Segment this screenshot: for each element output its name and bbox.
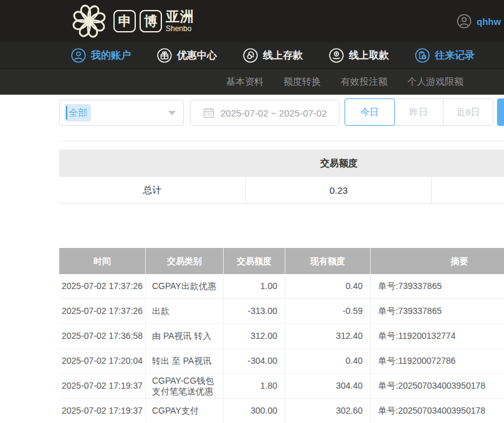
- summary-table: 交易额度 总计 0.23: [59, 150, 504, 204]
- cell-balance: 304.40: [285, 374, 371, 398]
- subnav-item-basic-info[interactable]: 基本资料: [226, 76, 264, 88]
- withdraw-icon: [329, 48, 344, 63]
- cell-time: 2025-07-02 17:19:37: [59, 374, 146, 398]
- yesterday-button[interactable]: 昨日: [394, 99, 444, 125]
- selected-type-label: 全部: [69, 107, 87, 119]
- cell-amount: 1.80: [224, 374, 285, 398]
- cell-summary: 单号:739337865: [371, 299, 504, 323]
- site-header: 申 博 亚洲 Shenbo qhhw: [0, 0, 504, 42]
- date-range-input[interactable]: 2025-07-02 ~ 2025-07-02: [190, 100, 340, 126]
- cell-summary: 单号:739337865: [371, 274, 504, 298]
- nav-item-records[interactable]: 往来记录: [415, 48, 475, 63]
- cell-balance: 302.60: [285, 399, 371, 423]
- summary-total-value: 0.23: [246, 177, 432, 203]
- main-nav: 我的账户 优惠中心 线上存款 线上取款 往来记录: [0, 42, 504, 69]
- selected-type-tag: 全部: [65, 104, 91, 121]
- table-row: 2025-07-02 17:36:58由 PA视讯 转入312.00312.40…: [59, 324, 504, 349]
- cell-balance: 312.40: [285, 324, 371, 348]
- nav-item-promotions[interactable]: 优惠中心: [157, 48, 217, 63]
- summary-header-row: 交易额度: [59, 150, 504, 177]
- table-row: 2025-07-02 17:19:37CGPAY-CG钱包支付笔笔送优惠1.80…: [59, 374, 504, 399]
- nav-label: 往来记录: [435, 49, 475, 62]
- logo-region-cn: 亚洲: [166, 10, 194, 24]
- filter-bar: 全部 2025-07-02 ~ 2025-07-02 今日 昨日 近8日: [0, 95, 504, 141]
- nav-item-deposit[interactable]: 线上存款: [243, 48, 303, 63]
- logo-char-shen: 申: [113, 10, 136, 32]
- nav-label: 我的账户: [91, 49, 131, 62]
- cell-time: 2025-07-02 17:37:26: [59, 299, 146, 323]
- transactions-header: 时间交易类别交易额度现有额度摘要: [59, 248, 504, 274]
- logo-region: 亚洲 Shenbo: [166, 10, 194, 32]
- header-cell-amount: 交易额度: [224, 248, 285, 274]
- cell-balance: -0.59: [285, 299, 371, 323]
- summary-total-row: 总计 0.23: [59, 177, 504, 204]
- nav-item-withdraw[interactable]: 线上取款: [329, 48, 389, 63]
- subnav-item-credit-transfer[interactable]: 额度转换: [283, 76, 321, 88]
- summary-total-label: 总计: [59, 177, 246, 203]
- cell-amount: -304.00: [224, 349, 285, 373]
- table-row: 2025-07-02 17:20:04转出 至 PA视讯-304.000.40单…: [59, 349, 504, 374]
- flower-logo-icon: [70, 2, 108, 40]
- cell-type: CGPAY-CG钱包支付笔笔送优惠: [146, 374, 224, 398]
- chevron-down-icon: [168, 111, 176, 115]
- quick-date-buttons: 今日 昨日 近8日: [345, 98, 493, 126]
- cell-time: 2025-07-02 17:36:58: [59, 324, 146, 348]
- header-cell-type: 交易类别: [146, 248, 224, 274]
- nav-label: 优惠中心: [177, 49, 217, 62]
- table-row: 2025-07-02 17:37:26出款-313.00-0.59单号:7393…: [59, 299, 504, 324]
- subnav-item-game-limits[interactable]: 个人游戏限额: [407, 76, 464, 88]
- cell-summary: 单号:119200132774: [371, 324, 504, 348]
- avatar-icon: [457, 14, 472, 29]
- transaction-type-select[interactable]: 全部: [59, 100, 184, 126]
- cell-amount: 300.00: [224, 399, 285, 423]
- deposit-icon: [243, 48, 258, 63]
- username: qhhw: [477, 16, 501, 27]
- cell-amount: 1.00: [224, 274, 285, 298]
- nav-label: 线上存款: [263, 49, 303, 62]
- logo-region-en: Shenbo: [166, 25, 194, 32]
- nav-label: 线上取款: [349, 49, 389, 62]
- cell-amount: -313.00: [224, 299, 285, 323]
- text-cursor: [66, 106, 67, 120]
- cell-summary: 单号:202507034003950178: [371, 374, 504, 398]
- cell-time: 2025-07-02 17:19:37: [59, 399, 146, 423]
- cell-balance: 0.40: [285, 349, 371, 373]
- logo-char-bo: 博: [140, 10, 162, 32]
- cell-time: 2025-07-02 17:37:26: [59, 274, 146, 298]
- cell-type: CGPAY支付: [146, 399, 224, 423]
- gift-icon: [157, 48, 172, 63]
- cell-type: 出款: [146, 299, 224, 323]
- summary-empty-cell: [432, 177, 504, 203]
- cell-balance: 0.40: [285, 274, 371, 298]
- cell-type: 转出 至 PA视讯: [146, 349, 224, 373]
- date-range-value: 2025-07-02 ~ 2025-07-02: [221, 108, 327, 118]
- records-icon: [415, 48, 430, 63]
- table-row: 2025-07-02 17:19:37CGPAY支付300.00302.60单号…: [59, 399, 504, 423]
- transactions-body: 2025-07-02 17:37:26CGPAY出款优惠1.000.40单号:7…: [59, 274, 504, 423]
- sub-nav: 基本资料 额度转换 有效投注额 个人游戏限额: [0, 69, 504, 95]
- today-button[interactable]: 今日: [345, 98, 395, 126]
- header-cell-balance: 现有额度: [285, 248, 371, 274]
- cell-summary: 单号:119200072786: [371, 349, 504, 373]
- subnav-item-valid-bets[interactable]: 有效投注额: [341, 76, 388, 88]
- cell-type: CGPAY出款优惠: [146, 274, 224, 298]
- nav-item-my-account[interactable]: 我的账户: [71, 48, 131, 63]
- header-cell-summary: 摘要: [371, 248, 504, 274]
- cell-amount: 312.00: [224, 324, 285, 348]
- summary-header-label: 交易额度: [246, 150, 432, 177]
- user-icon: [71, 48, 86, 63]
- table-row: 2025-07-02 17:37:26CGPAY出款优惠1.000.40单号:7…: [59, 274, 504, 299]
- account-menu[interactable]: qhhw: [457, 0, 501, 42]
- transactions-table: 时间交易类别交易额度现有额度摘要 2025-07-02 17:37:26CGPA…: [59, 248, 504, 423]
- section-divider: [59, 141, 504, 141]
- header-cell-time: 时间: [59, 248, 146, 274]
- calendar-icon: [203, 107, 214, 118]
- cell-summary: 单号:202507034003950178: [371, 399, 504, 423]
- cell-type: 由 PA视讯 转入: [146, 324, 224, 348]
- search-button[interactable]: [497, 98, 504, 126]
- site-logo[interactable]: 申 博 亚洲 Shenbo: [70, 2, 194, 40]
- last-8-days-button[interactable]: 近8日: [444, 99, 493, 125]
- cell-time: 2025-07-02 17:20:04: [59, 349, 146, 373]
